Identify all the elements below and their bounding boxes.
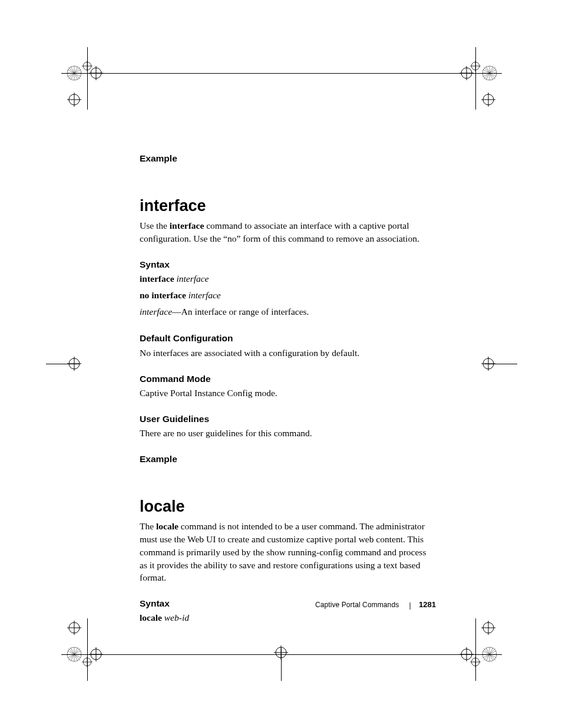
svg-line-30 xyxy=(486,67,493,80)
svg-line-80 xyxy=(483,651,497,658)
svg-point-69 xyxy=(471,658,480,666)
svg-line-31 xyxy=(483,70,497,77)
svg-line-61 xyxy=(68,651,81,658)
heading-example-top: Example xyxy=(140,153,435,164)
interface-description: Use the interface command to associate a… xyxy=(140,219,435,245)
default-config-text: No interfaces are associated with a conf… xyxy=(140,347,435,360)
svg-point-21 xyxy=(461,68,472,78)
heading-syntax-interface: Syntax xyxy=(140,259,435,271)
svg-point-24 xyxy=(482,66,497,80)
command-mode-text: Captive Portal Instance Config mode. xyxy=(140,387,435,400)
svg-line-13 xyxy=(68,70,81,77)
svg-line-29 xyxy=(486,67,493,80)
heading-default-config: Default Configuration xyxy=(140,333,435,344)
svg-line-75 xyxy=(484,648,495,660)
svg-point-48 xyxy=(91,649,101,660)
svg-line-57 xyxy=(68,648,80,660)
svg-point-33 xyxy=(483,94,494,105)
svg-point-42 xyxy=(276,647,286,658)
svg-line-28 xyxy=(484,67,495,79)
heading-command-mode: Command Mode xyxy=(140,374,435,385)
heading-example-bottom: Example xyxy=(140,454,435,465)
svg-point-0 xyxy=(83,62,91,70)
heading-interface: interface xyxy=(140,197,435,215)
svg-line-9 xyxy=(68,67,80,79)
svg-point-72 xyxy=(482,647,497,661)
svg-point-54 xyxy=(67,647,81,661)
page-footer: Captive Portal Commands | 1281 xyxy=(0,600,436,609)
svg-line-78 xyxy=(486,648,493,661)
svg-line-77 xyxy=(486,648,493,661)
syntax-interface-param: interface—An interface or range of inter… xyxy=(140,305,435,318)
page: Example interface Use the interface comm… xyxy=(0,0,562,728)
svg-line-32 xyxy=(483,70,497,77)
svg-point-39 xyxy=(483,358,494,369)
heading-locale: locale xyxy=(140,498,435,516)
locale-description: The locale command is not intended to be… xyxy=(140,520,435,584)
heading-user-guidelines: User Guidelines xyxy=(140,414,435,425)
svg-line-76 xyxy=(484,648,495,660)
svg-line-27 xyxy=(484,67,495,79)
svg-line-14 xyxy=(68,70,81,77)
content-column: Example interface Use the interface comm… xyxy=(140,153,435,628)
svg-line-11 xyxy=(71,67,78,80)
footer-page-number: 1281 xyxy=(419,600,436,609)
svg-point-18 xyxy=(471,62,480,70)
footer-separator-icon: | xyxy=(409,601,411,610)
svg-point-45 xyxy=(69,622,80,633)
svg-point-3 xyxy=(91,68,101,78)
svg-point-63 xyxy=(483,622,494,633)
svg-line-59 xyxy=(71,648,78,661)
svg-point-15 xyxy=(69,94,80,105)
syntax-no-interface: no interface interface xyxy=(140,289,435,302)
user-guidelines-text: There are no user guidelines for this co… xyxy=(140,427,435,440)
svg-line-60 xyxy=(71,648,78,661)
svg-point-36 xyxy=(69,358,80,369)
svg-line-10 xyxy=(68,67,80,79)
svg-point-51 xyxy=(83,658,91,666)
svg-point-66 xyxy=(461,649,472,660)
svg-line-58 xyxy=(68,648,80,660)
svg-line-12 xyxy=(71,67,78,80)
syntax-interface: interface interface xyxy=(140,272,435,285)
svg-point-6 xyxy=(67,66,81,80)
footer-section-title: Captive Portal Commands xyxy=(315,601,399,609)
svg-line-62 xyxy=(68,651,81,658)
svg-line-79 xyxy=(483,651,497,658)
syntax-locale: locale web-id xyxy=(140,611,435,624)
